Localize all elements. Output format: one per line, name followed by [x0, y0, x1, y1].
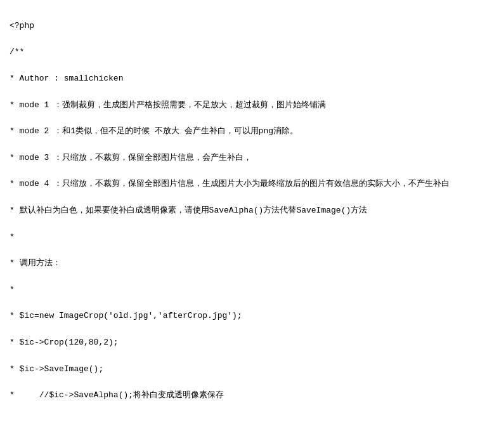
- code-line: [10, 218, 470, 231]
- code-line: * mode 4 ：只缩放，不裁剪，保留全部图片信息，生成图片大小为最终缩放后的…: [10, 178, 470, 191]
- code-line: * mode 2 ：和1类似，但不足的时候 不放大 会产生补白，可以用png消除…: [10, 125, 470, 138]
- code-line: [10, 297, 470, 310]
- code-line: * $ic->Crop(120,80,2);: [10, 336, 470, 350]
- code-container: <?php /** * Author : smallchicken * mode…: [10, 6, 470, 402]
- code-line: [10, 112, 470, 125]
- code-line: *: [10, 231, 470, 244]
- code-line: * Author : smallchicken: [10, 72, 470, 86]
- code-line: [10, 191, 470, 204]
- code-line: [10, 165, 470, 178]
- code-line: * $ic->SaveImage();: [10, 363, 470, 376]
- code-line: * mode 3 ：只缩放，不裁剪，保留全部图片信息，会产生补白，: [10, 152, 470, 165]
- code-line: <?php: [10, 20, 470, 33]
- code-line: * 调用方法：: [10, 257, 470, 270]
- code-line: [10, 323, 470, 336]
- code-line: [10, 244, 470, 257]
- code-line: * mode 1 ：强制裁剪，生成图片严格按照需要，不足放大，超过裁剪，图片始终…: [10, 99, 470, 112]
- code-line: [10, 59, 470, 72]
- code-line: [10, 33, 470, 46]
- code-line: [10, 350, 470, 363]
- code-line: [10, 86, 470, 99]
- code-line: [10, 376, 470, 389]
- code-line: * //$ic->SaveAlpha();将补白变成透明像素保存: [10, 389, 470, 402]
- code-line: [10, 138, 470, 152]
- code-line: /**: [10, 46, 470, 59]
- code-line: [10, 270, 470, 284]
- code-line: * $ic=new ImageCrop('old.jpg','afterCrop…: [10, 310, 470, 323]
- code-line: *: [10, 284, 470, 297]
- code-line: * 默认补白为白色，如果要使补白成透明像素，请使用SaveAlpha()方法代替…: [10, 204, 470, 218]
